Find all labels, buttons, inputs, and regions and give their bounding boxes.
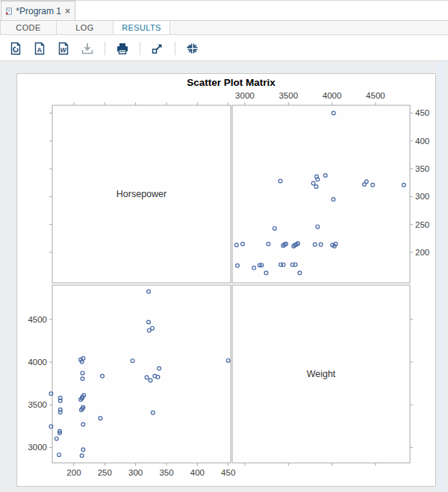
axis-tick-label: 400 <box>190 468 205 477</box>
axis-tick-label: 250 <box>98 468 112 477</box>
axis-tick-label: 3000 <box>28 443 47 452</box>
tab-title: *Program 1 <box>16 6 61 16</box>
matrix-panel-bl <box>52 285 231 463</box>
toolbar-separator <box>140 42 140 55</box>
results-toolbar: A W <box>0 36 448 61</box>
tab-results[interactable]: RESULTS <box>113 21 170 34</box>
results-html-icon[interactable] <box>9 42 22 55</box>
toolbar-separator <box>105 42 105 55</box>
print-icon[interactable] <box>116 42 129 55</box>
axis-tick-label: 200 <box>66 468 81 477</box>
diagonal-label-weight: Weight <box>307 369 336 379</box>
svg-text:A: A <box>37 46 42 54</box>
download-icon[interactable] <box>81 42 94 55</box>
axis-tick-label: 3500 <box>279 91 298 100</box>
axis-tick-label: 4000 <box>323 91 342 100</box>
tab-code[interactable]: CODE <box>0 21 57 34</box>
scatter-plot-matrix: Scatter Plot MatrixHorsepowerWeight30003… <box>17 74 435 486</box>
results-pdf-icon[interactable]: A <box>33 42 46 55</box>
axis-tick-label: 300 <box>415 192 429 201</box>
axis-tick-label: 4500 <box>28 315 47 324</box>
toolbar-separator <box>175 42 175 55</box>
axis-tick-label: 4000 <box>28 358 47 367</box>
matrix-panel-tr <box>232 105 410 283</box>
sas-studio-window: { "window": { "tab_title": "*Program 1",… <box>0 0 448 492</box>
open-new-tab-icon[interactable] <box>151 42 164 55</box>
axis-tick-label: 450 <box>415 108 429 117</box>
axis-tick-label: 350 <box>415 164 429 173</box>
axis-tick-label: 350 <box>159 468 173 477</box>
axis-tick-label: 400 <box>415 137 429 146</box>
axis-tick-label: 4500 <box>366 91 385 100</box>
axis-tick-label: 300 <box>128 468 143 477</box>
axis-tick-label: 450 <box>221 468 235 477</box>
tab-program-1[interactable]: *Program 1 × <box>1 1 75 20</box>
results-subtab-bar: CODE LOG RESULTS <box>0 21 448 35</box>
axis-tick-label: 3000 <box>235 91 255 100</box>
diagonal-label-horsepower: Horsepower <box>116 189 167 199</box>
axis-tick-label: 3500 <box>28 400 47 409</box>
program-file-icon <box>6 6 12 16</box>
tab-log[interactable]: LOG <box>57 21 113 34</box>
results-word-icon[interactable]: W <box>57 42 70 55</box>
results-panel: Scatter Plot MatrixHorsepowerWeight30003… <box>0 61 448 492</box>
axis-tick-label: 200 <box>415 248 429 257</box>
document-tab-bar: *Program 1 × <box>0 1 448 21</box>
close-tab-icon[interactable]: × <box>65 7 70 16</box>
chart-title: Scatter Plot Matrix <box>187 77 276 88</box>
vertical-scrollbar[interactable] <box>437 61 447 492</box>
maximize-view-icon[interactable] <box>186 42 199 55</box>
results-output-card: Scatter Plot MatrixHorsepowerWeight30003… <box>16 73 436 487</box>
svg-text:W: W <box>60 46 67 54</box>
axis-tick-label: 250 <box>415 220 429 229</box>
